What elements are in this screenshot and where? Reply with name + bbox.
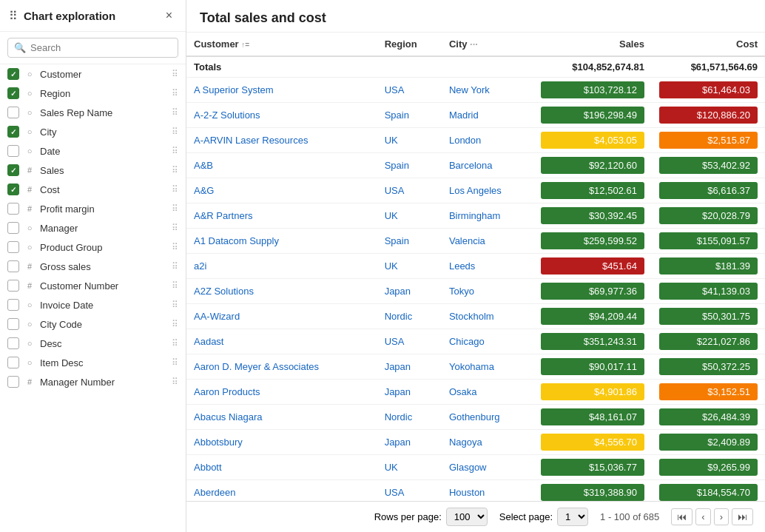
sidebar-item-invoice_date[interactable]: ○ Invoice Date ⠿ — [0, 295, 186, 314]
field-icon-date: ○ — [24, 145, 36, 157]
cell-sales: $4,901.86 — [533, 380, 652, 405]
cell-customer: Aberdeen — [186, 480, 377, 502]
checkbox-city_code[interactable] — [7, 318, 19, 330]
drag-handle-customer_number[interactable]: ⠿ — [172, 280, 178, 291]
cell-sales: $92,120.60 — [533, 153, 652, 178]
cell-city: Gothenburg — [442, 405, 533, 430]
drag-handle-cost[interactable]: ⠿ — [172, 184, 178, 195]
table-row: A&B Spain Barcelona $92,120.60 $53,402.9… — [186, 153, 765, 178]
col-header-city[interactable]: City ··· — [442, 33, 533, 56]
cell-city: Tokyo — [442, 279, 533, 304]
table-row: A2Z Solutions Japan Tokyo $69,977.36 $41… — [186, 279, 765, 304]
table-row: A1 Datacom Supply Spain Valencia $259,59… — [186, 229, 765, 254]
sidebar-item-manager_number[interactable]: # Manager Number ⠿ — [0, 372, 186, 391]
drag-handle-item_desc[interactable]: ⠿ — [172, 357, 178, 368]
checkbox-item_desc[interactable] — [7, 357, 19, 368]
sidebar-item-desc[interactable]: ○ Desc ⠿ — [0, 334, 186, 353]
checkbox-manager[interactable] — [7, 222, 19, 234]
select-page-select[interactable]: 1234567 — [557, 508, 588, 526]
table-body: Totals $104,852,674.81 $61,571,564.69 A … — [186, 56, 765, 501]
col-header-customer[interactable]: Customer ↑= — [186, 33, 377, 56]
drag-handle-invoice_date[interactable]: ⠿ — [172, 300, 178, 310]
checkbox-gross_sales[interactable] — [7, 260, 19, 272]
checkbox-manager_number[interactable] — [7, 376, 19, 388]
drag-handle-city_code[interactable]: ⠿ — [172, 319, 178, 329]
drag-handle-manager[interactable]: ⠿ — [172, 223, 178, 233]
sidebar-item-item_desc[interactable]: ○ Item Desc ⠿ — [0, 353, 186, 372]
drag-handle-date[interactable]: ⠿ — [172, 146, 178, 156]
checkbox-invoice_date[interactable] — [7, 299, 19, 311]
checkbox-desc[interactable] — [7, 337, 19, 349]
checkbox-date[interactable] — [7, 145, 19, 157]
cell-sales: $196,298.49 — [533, 103, 652, 128]
checkbox-product_group[interactable] — [7, 241, 19, 253]
sidebar-item-customer_number[interactable]: # Customer Number ⠿ — [0, 276, 186, 295]
first-page-button[interactable]: ⏮ — [671, 508, 692, 525]
col-header-region[interactable]: Region — [377, 33, 442, 56]
checkbox-sales_rep_name[interactable] — [7, 107, 19, 118]
prev-page-button[interactable]: ‹ — [695, 508, 710, 525]
cell-city: Madrid — [442, 103, 533, 128]
field-label-product_group: Product Group — [40, 242, 167, 253]
cell-customer: A1 Datacom Supply — [186, 229, 377, 254]
sidebar-item-city_code[interactable]: ○ City Code ⠿ — [0, 314, 186, 334]
sidebar-item-cost[interactable]: # Cost ⠿ — [0, 180, 186, 199]
sidebar-item-city[interactable]: ○ City ⠿ — [0, 122, 186, 141]
field-label-desc: Desc — [40, 338, 167, 349]
checkbox-region[interactable] — [7, 87, 19, 99]
sidebar-item-product_group[interactable]: ○ Product Group ⠿ — [0, 238, 186, 257]
cell-sales: $30,392.45 — [533, 203, 652, 229]
select-page-label: Select page: — [499, 511, 553, 522]
sidebar-item-sales[interactable]: # Sales ⠿ — [0, 161, 186, 180]
close-button[interactable]: × — [161, 7, 177, 24]
sidebar-item-sales_rep_name[interactable]: ○ Sales Rep Name ⠿ — [0, 103, 186, 122]
drag-handle-profit_margin[interactable]: ⠿ — [172, 203, 178, 214]
field-label-region: Region — [40, 88, 167, 99]
checkbox-profit_margin[interactable] — [7, 203, 19, 215]
sidebar-item-customer[interactable]: ○ Customer ⠿ — [0, 64, 186, 84]
drag-handle-sales_rep_name[interactable]: ⠿ — [172, 107, 178, 118]
drag-handle-desc[interactable]: ⠿ — [172, 338, 178, 349]
checkbox-customer_number[interactable] — [7, 280, 19, 292]
sidebar-item-profit_margin[interactable]: # Profit margin ⠿ — [0, 199, 186, 218]
cell-cost: $184,554.70 — [652, 480, 765, 502]
field-label-gross_sales: Gross sales — [40, 261, 167, 272]
col-dots-icon[interactable]: ··· — [470, 38, 478, 50]
field-icon-manager_number: # — [24, 376, 36, 388]
col-header-cost[interactable]: Cost — [652, 33, 765, 56]
rows-per-page-select[interactable]: 102550100 — [446, 508, 488, 526]
checkbox-city[interactable] — [7, 126, 19, 138]
last-page-button[interactable]: ⏭ — [732, 508, 753, 525]
sidebar-item-manager[interactable]: ○ Manager ⠿ — [0, 218, 186, 238]
sidebar-item-region[interactable]: ○ Region ⠿ — [0, 84, 186, 103]
cell-customer: Aaron D. Meyer & Associates — [186, 354, 377, 380]
drag-handle-manager_number[interactable]: ⠿ — [172, 377, 178, 387]
table-row: A-2-Z Solutions Spain Madrid $196,298.49… — [186, 103, 765, 128]
drag-handle-region[interactable]: ⠿ — [172, 88, 178, 98]
checkbox-customer[interactable] — [7, 68, 19, 80]
cell-region: USA — [377, 480, 442, 502]
sidebar-search-area: 🔍 — [0, 32, 186, 64]
totals-cost: $61,571,564.69 — [652, 56, 765, 78]
cell-region: USA — [377, 329, 442, 354]
drag-handle-product_group[interactable]: ⠿ — [172, 242, 178, 252]
cell-cost: $41,139.03 — [652, 279, 765, 304]
checkbox-sales[interactable] — [7, 164, 19, 176]
field-icon-city_code: ○ — [24, 318, 36, 330]
cell-cost: $2,409.89 — [652, 430, 765, 455]
next-page-button[interactable]: › — [714, 508, 729, 525]
col-header-sales[interactable]: Sales — [533, 33, 652, 56]
drag-handle-city[interactable]: ⠿ — [172, 127, 178, 137]
sidebar-item-gross_sales[interactable]: # Gross sales ⠿ — [0, 257, 186, 276]
search-input[interactable] — [30, 42, 172, 53]
drag-handle-gross_sales[interactable]: ⠿ — [172, 261, 178, 272]
checkbox-cost[interactable] — [7, 183, 19, 195]
sidebar-item-date[interactable]: ○ Date ⠿ — [0, 141, 186, 161]
field-label-sales: Sales — [40, 165, 167, 176]
main-panel: Total sales and cost Customer ↑= Region … — [186, 0, 765, 532]
field-label-city_code: City Code — [40, 319, 167, 330]
table-container[interactable]: Customer ↑= Region City ··· Sales Cost T… — [186, 33, 765, 501]
field-icon-manager: ○ — [24, 222, 36, 234]
drag-handle-customer[interactable]: ⠿ — [172, 69, 178, 79]
drag-handle-sales[interactable]: ⠿ — [172, 165, 178, 175]
